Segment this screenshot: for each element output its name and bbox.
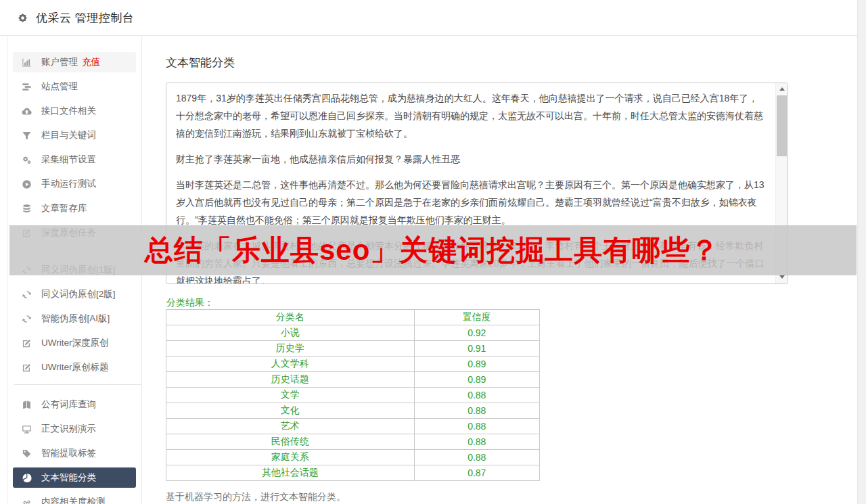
sidebar-item-uwriter-original-title[interactable]: UWriter原创标题 (13, 357, 136, 377)
site-list-icon (21, 81, 32, 93)
sidebar-item-columns-keywords[interactable]: 栏目与关键词 (13, 125, 136, 145)
table-cell: 文学 (166, 388, 415, 403)
table-cell: 其他社会话题 (166, 465, 415, 481)
table-header-cell: 分类名 (166, 310, 415, 325)
scrollbar-up-icon[interactable] (776, 83, 788, 94)
app-title: 优采云 管理控制台 (36, 10, 134, 26)
table-row: 文学0.88 (166, 388, 540, 403)
sidebar-item-content-relevance-check[interactable]: 内容相关度检测 (13, 492, 136, 504)
table-cell: 历史话题 (166, 372, 415, 388)
textarea-paragraph: 财主抢了李莲英家一亩地，他成慈禧亲信后如何报复？暴露人性丑恶 (176, 150, 766, 168)
textarea-paragraph: 当时李莲英还是二总管，这件事他再清楚不过。那么他为何还要冒险向慈禧请求出宫呢？主… (176, 176, 766, 229)
sidebar-item-site-management[interactable]: 站点管理 (13, 76, 136, 97)
cloud-upload-icon (21, 106, 32, 117)
sidebar-item-collection-settings[interactable]: 采集细节设置 (13, 150, 136, 170)
sidebar-item-label: 手动运行测试 (41, 178, 96, 190)
refresh-icon (21, 313, 32, 325)
monitor-icon (21, 423, 32, 435)
play-circle-icon (21, 179, 32, 190)
sidebar-item-label: 文本智能分类 (41, 472, 96, 484)
sidebar-item-interface-files[interactable]: 接口文件相关 (13, 101, 136, 121)
table-row: 其他社会话题0.87 (166, 465, 540, 481)
sidebar-item-synonym-rewrite-v2[interactable]: 同义词伪原创[2版] (13, 284, 136, 304)
sidebar-item-label: 文章暂存库 (41, 202, 87, 214)
table-cell: 家庭关系 (166, 450, 415, 465)
result-label: 分类结果： (166, 297, 214, 309)
table-cell: 历史学 (166, 341, 415, 357)
sidebar-item-label: 站点管理 (41, 81, 78, 93)
sidebar-item-label: 同义词伪原创[2版] (41, 288, 116, 300)
table-cell: 0.89 (414, 372, 539, 388)
sidebar-item-ai-rewrite[interactable]: 智能伪原创[AI版] (13, 308, 136, 329)
classification-table: 分类名置信度 小说0.92历史学0.91人文学科0.89历史话题0.89文学0.… (166, 309, 540, 481)
table-cell: 0.91 (414, 341, 539, 357)
edit-icon (21, 338, 32, 349)
sidebar-item-label: 公有词库查询 (41, 398, 96, 411)
sidebar-item-label: 内容相关度检测 (41, 496, 106, 504)
sidebar-item-label: 接口文件相关 (41, 105, 96, 117)
sidebar-item-label: 正文识别演示 (41, 423, 96, 435)
scrollbar-thumb[interactable] (777, 95, 787, 156)
table-cell: 文化 (166, 403, 415, 419)
settings-gear-icon[interactable] (16, 12, 29, 24)
table-cell: 0.89 (414, 357, 539, 372)
sidebar-item-label: 栏目与关键词 (41, 129, 96, 141)
sidebar-item-article-staging[interactable]: 文章暂存库 (13, 198, 136, 219)
table-cell: 0.92 (414, 325, 539, 341)
table-row: 家庭关系0.88 (166, 450, 540, 465)
sidebar-item-label: UWriter原创标题 (41, 361, 109, 373)
table-cell: 0.88 (414, 434, 539, 450)
filter-icon (21, 130, 32, 141)
sidebar-item-label: 采集细节设置 (41, 154, 96, 166)
table-row: 民俗传统0.88 (166, 434, 540, 450)
table-cell: 0.87 (414, 465, 539, 481)
header-bar: 优采云 管理控制台 (0, 0, 858, 36)
sidebar-item-uwriter-deep-original[interactable]: UWriter深度原创 (13, 333, 136, 353)
tag-icon (21, 448, 32, 459)
table-cell: 人文学科 (166, 357, 415, 372)
table-cell: 0.88 (414, 403, 539, 419)
table-row: 艺术0.88 (166, 419, 540, 434)
table-header-cell: 置信度 (414, 310, 539, 325)
table-row: 历史学0.91 (166, 341, 540, 357)
pie-chart-icon (21, 472, 32, 484)
watermark-overlay: 总结「乐业县seo」关键词挖掘工具有哪些？ (9, 225, 857, 275)
table-cell: 0.88 (414, 419, 539, 434)
table-cell: 0.88 (414, 450, 539, 465)
sidebar-item-content-recognition-demo[interactable]: 正文识别演示 (13, 419, 136, 439)
sidebar-item-label: 智能提取标签 (41, 447, 96, 459)
page-title: 文本智能分类 (166, 55, 235, 70)
book-icon (21, 399, 32, 411)
table-cell: 民俗传统 (166, 434, 415, 450)
sidebar-item-manual-run-test[interactable]: 手动运行测试 (13, 174, 136, 194)
table-cell: 艺术 (166, 419, 415, 434)
footer-note: 基于机器学习的方法，进行文本智能分类。 (166, 491, 346, 503)
edit-icon (21, 362, 32, 373)
database-icon (21, 203, 32, 214)
sidebar-item-account-management[interactable]: 账户管理 充值 (13, 52, 136, 72)
sidebar-divider (14, 384, 141, 385)
sidebar-item-smart-tag-extraction[interactable]: 智能提取标签 (13, 443, 136, 463)
bar-chart-icon (21, 57, 32, 68)
table-row: 历史话题0.89 (166, 372, 540, 388)
textarea-paragraph: 1879年，31岁的李莲英出任储秀宫四品花翎总管，成为慈禧身边的大红人。这年春天… (176, 89, 766, 142)
sidebar-item-text-classification[interactable]: 文本智能分类 (13, 467, 136, 488)
sidebar-item-label: 账户管理 (41, 56, 78, 68)
table-row: 文化0.88 (166, 403, 540, 419)
refresh-icon (21, 289, 32, 300)
table-cell: 0.88 (414, 388, 539, 403)
table-row: 小说0.92 (166, 325, 540, 341)
app-window: 优采云 管理控制台 账户管理 充值 站点管理 接口文件相关 栏目与关键词 采集细… (0, 0, 866, 504)
recharge-badge[interactable]: 充值 (82, 56, 100, 68)
sidebar-item-public-thesaurus-query[interactable]: 公有词库查询 (13, 394, 136, 415)
watermark-text: 总结「乐业县seo」关键词挖掘工具有哪些？ (145, 231, 719, 269)
table-row: 人文学科0.89 (166, 357, 540, 372)
link-icon (21, 497, 32, 504)
sidebar-item-label: UWriter深度原创 (41, 337, 109, 349)
gears-icon (21, 154, 32, 166)
page-scrollbar[interactable] (857, 0, 866, 504)
table-cell: 小说 (166, 325, 415, 341)
sidebar-item-label: 智能伪原创[AI版] (41, 313, 110, 325)
